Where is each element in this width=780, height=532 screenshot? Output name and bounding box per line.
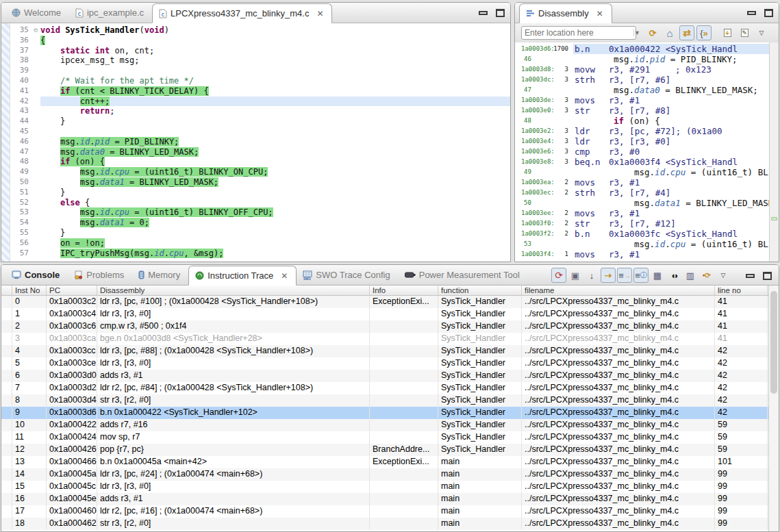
- trace-row[interactable]: 160x1a00045eadds r3, #1main../src/LPCXpr…: [1, 493, 779, 505]
- cell-info: ExceptionExi...: [370, 456, 438, 468]
- header-function[interactable]: function: [438, 286, 522, 295]
- refresh-trace-icon[interactable]: ⟳: [551, 268, 566, 283]
- address: 1a0003e0:: [515, 105, 553, 116]
- trace-row[interactable]: 20x1a0003c6cmp.w r3, #500 ; 0x1f4SysTick…: [1, 320, 779, 333]
- code-text: }: [40, 116, 510, 127]
- maximize-icon[interactable]: [764, 9, 773, 17]
- tab-swo-trace-config[interactable]: SWO SWO Trace Config: [297, 265, 398, 285]
- home-icon[interactable]: ⌂: [662, 25, 677, 40]
- location-combo[interactable]: ▼: [521, 26, 636, 40]
- trace-row[interactable]: 100x1a000422adds r7, #16SysTick_Handler.…: [1, 419, 779, 431]
- chevron-down-icon[interactable]: ▼: [633, 29, 640, 36]
- tab-problems[interactable]: Problems: [68, 265, 132, 285]
- cell-inst-no: 18: [12, 518, 47, 530]
- minimize-icon[interactable]: [746, 274, 755, 278]
- vertical-scrollbar[interactable]: [768, 286, 779, 531]
- header-pc[interactable]: PC: [47, 286, 97, 295]
- code-editor[interactable]: 35⊖void SysTick_Handler(void)36{37 stati…: [1, 23, 510, 262]
- maximize-icon[interactable]: [496, 9, 505, 17]
- minimize-icon[interactable]: [479, 11, 488, 15]
- tab-disassembly[interactable]: Disassembly ✕: [519, 3, 612, 23]
- follow-instruction-icon[interactable]: {»: [696, 25, 712, 40]
- trace-row[interactable]: 170x1a000460ldr r2, [pc, #16] ; (0x1a000…: [1, 505, 779, 518]
- overview-ruler[interactable]: [769, 42, 779, 262]
- tab-blinky-m4[interactable]: c LPCXpresso4337_mc_blinky_m4.c ✕: [152, 3, 332, 23]
- cell-line-no: 42: [715, 407, 768, 419]
- code-line: 42 cnt++;: [10, 97, 510, 107]
- pin-view-icon[interactable]: ✎: [737, 25, 752, 40]
- fold-marker-icon[interactable]: ⊖: [31, 25, 40, 36]
- trace-settings-icon[interactable]: ▣: [568, 268, 583, 283]
- mnemonic: strh: [575, 188, 609, 198]
- minimize-icon[interactable]: [747, 11, 756, 15]
- link-with-source-icon[interactable]: ⇢: [601, 268, 616, 283]
- code-text: [40, 66, 510, 76]
- close-icon[interactable]: ✕: [596, 9, 603, 18]
- cell-disassembly: pop {r7, pc}: [97, 444, 370, 456]
- scrollbar-thumb[interactable]: [770, 291, 777, 394]
- line-number: 51: [10, 188, 31, 198]
- sync-arrows-icon[interactable]: ⇄: [679, 25, 694, 40]
- mnemonic: movs: [575, 177, 609, 188]
- refresh-view-icon[interactable]: ⟳: [645, 25, 660, 40]
- cell-pc: 0x1a00045a: [47, 468, 97, 481]
- close-icon[interactable]: ✕: [316, 9, 323, 18]
- trace-row[interactable]: 50x1a0003celdr r3, [r3, #0]SysTick_Handl…: [1, 357, 779, 370]
- tab-label: ipc_example.c: [87, 8, 144, 18]
- trace-row[interactable]: 140x1a00045aldr r3, [pc, #24] ; (0x1a000…: [1, 468, 779, 481]
- tab-power-measurement[interactable]: Power Measurement Tool: [399, 265, 528, 285]
- source-line-number: 46: [515, 54, 568, 64]
- trace-row[interactable]: 60x1a0003d0adds r3, #1SysTick_Handler../…: [1, 370, 779, 382]
- cell-disassembly: str r3, [r2, #0]: [97, 518, 370, 530]
- profile-refresh-icon[interactable]: ▪⟳: [699, 268, 714, 283]
- trace-row[interactable]: 10x1a0003c4ldr r3, [r3, #0]SysTick_Handl…: [1, 308, 779, 320]
- trace-row[interactable]: 90x1a0003d6b.n 0x1a000422 <SysTick_Handl…: [1, 407, 779, 419]
- trace-row[interactable]: 130x1a000466b.n 0x1a00045a <main+42>Exce…: [1, 456, 779, 468]
- header-line-no[interactable]: line no: [715, 286, 768, 295]
- line-number: 54: [10, 218, 31, 228]
- cell-inst-no: 8: [12, 394, 47, 407]
- trace-row[interactable]: 30x1a0003cabge.n 0x1a0003d8 <SysTick_Han…: [1, 333, 779, 345]
- cell-gutter: [1, 456, 12, 468]
- trace-table-header[interactable]: Inst No PC Disassembly Info function fil…: [1, 286, 779, 296]
- hit-count: 2: [553, 208, 568, 218]
- trace-row[interactable]: 120x1a000426pop {r7, pc}BranchAddre...Sy…: [1, 444, 779, 456]
- view-menu-icon[interactable]: ▽: [716, 268, 731, 283]
- header-inst-no[interactable]: Inst No: [12, 286, 47, 295]
- disassembly-view[interactable]: 1a0003d6:1700b.n0x1a000422 <SysTick_Hand…: [515, 42, 769, 262]
- cell-filename: ../src/LPCXpresso4337_mc_blinky_m4.c: [522, 333, 715, 345]
- trace-row[interactable]: 80x1a0003d4str r3, [r2, #0]SysTick_Handl…: [1, 394, 779, 407]
- trace-row[interactable]: 00x1a0003c2ldr r3, [pc, #100] ; (0x1a000…: [1, 296, 779, 308]
- download-trace-icon[interactable]: ↓: [584, 268, 599, 283]
- open-new-view-icon[interactable]: +: [720, 25, 735, 40]
- mask-icon[interactable]: ◖◗: [666, 268, 681, 283]
- location-input[interactable]: [522, 28, 633, 38]
- line-number: 43: [10, 106, 31, 116]
- trace-row[interactable]: 150x1a00045cldr r3, [r3, #0]main../src/L…: [1, 481, 779, 493]
- cell-filename: ../src/LPCXpresso4337_mc_blinky_m4.c: [522, 345, 715, 357]
- trace-row[interactable]: 70x1a0003d2ldr r2, [pc, #84] ; (0x1a0004…: [1, 382, 779, 394]
- tab-memory[interactable]: Memory: [132, 265, 188, 285]
- mnemonic: ldr: [575, 136, 609, 147]
- line-number: 56: [10, 238, 31, 249]
- header-info[interactable]: Info: [370, 286, 438, 295]
- tab-instruction-trace[interactable]: Instruction Trace ✕: [188, 266, 297, 286]
- trace-row[interactable]: 40x1a0003ccldr r3, [pc, #88] ; (0x1a0004…: [1, 345, 779, 357]
- maximize-icon[interactable]: [763, 272, 772, 280]
- view-menu-icon[interactable]: ▽: [754, 25, 769, 40]
- show-disassembly-icon[interactable]: ≡ⓘ: [633, 268, 649, 283]
- tab-ipc-example[interactable]: c ipc_example.c: [69, 3, 152, 23]
- export-table-icon[interactable]: ▦: [650, 268, 665, 283]
- trace-row[interactable]: 180x1a000462str r3, [r2, #0]main../src/L…: [1, 518, 779, 530]
- tab-console[interactable]: Console: [5, 265, 68, 285]
- code-text: {: [40, 36, 510, 46]
- cell-function: main: [438, 456, 522, 468]
- columns-icon[interactable]: ▥: [683, 268, 698, 283]
- tab-welcome[interactable]: Welcome: [5, 3, 69, 23]
- header-filename[interactable]: filename: [522, 286, 715, 295]
- code-line: 48 if (on) {: [10, 157, 510, 167]
- trace-row[interactable]: 110x1a000424mov sp, r7SysTick_Handler../…: [1, 431, 779, 444]
- close-icon[interactable]: ✕: [281, 271, 288, 281]
- show-source-icon[interactable]: ≡→: [617, 268, 632, 283]
- header-disassembly[interactable]: Disassembly: [97, 286, 370, 295]
